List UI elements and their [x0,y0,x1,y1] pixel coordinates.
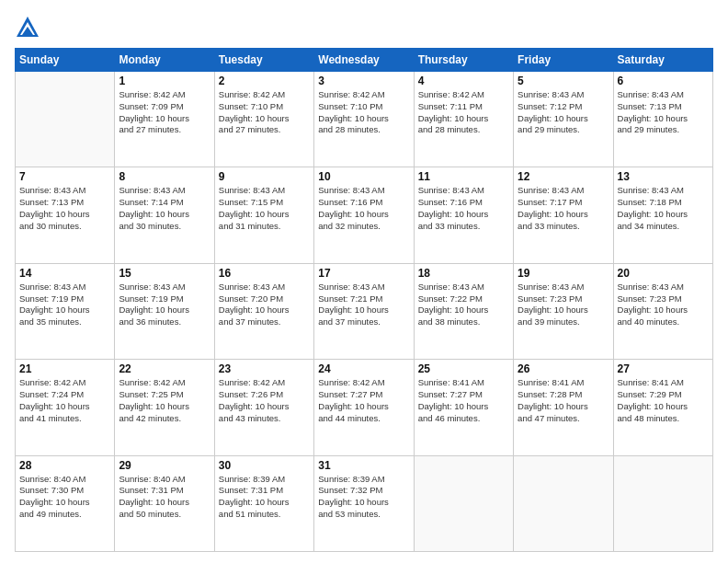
day-number: 23 [219,362,310,375]
day-info: Sunrise: 8:40 AM Sunset: 7:30 PM Dayligh… [19,474,110,521]
day-number: 8 [119,170,210,183]
calendar-table: SundayMondayTuesdayWednesdayThursdayFrid… [15,48,713,552]
calendar-cell: 15Sunrise: 8:43 AM Sunset: 7:19 PM Dayli… [115,263,214,359]
calendar-cell: 20Sunrise: 8:43 AM Sunset: 7:23 PM Dayli… [613,263,712,359]
calendar-cell: 5Sunrise: 8:43 AM Sunset: 7:12 PM Daylig… [514,72,613,167]
day-number: 26 [518,362,609,375]
calendar-cell: 2Sunrise: 8:42 AM Sunset: 7:10 PM Daylig… [214,72,313,167]
calendar-cell [414,455,513,551]
day-info: Sunrise: 8:43 AM Sunset: 7:19 PM Dayligh… [19,282,110,328]
calendar-cell: 13Sunrise: 8:43 AM Sunset: 7:18 PM Dayli… [613,167,712,263]
day-header-friday: Friday [514,49,613,72]
day-number: 22 [119,362,210,375]
day-info: Sunrise: 8:39 AM Sunset: 7:31 PM Dayligh… [219,474,310,521]
day-number: 15 [119,267,210,280]
calendar-cell: 27Sunrise: 8:41 AM Sunset: 7:29 PM Dayli… [613,360,712,455]
day-number: 5 [518,75,609,87]
day-number: 10 [318,170,409,183]
day-number: 14 [19,267,110,280]
day-number: 7 [19,170,110,183]
calendar-week-row: 21Sunrise: 8:42 AM Sunset: 7:24 PM Dayli… [16,360,713,455]
calendar-cell: 8Sunrise: 8:43 AM Sunset: 7:14 PM Daylig… [115,167,214,263]
day-header-sunday: Sunday [16,49,115,72]
page: SundayMondayTuesdayWednesdayThursdayFrid… [0,0,728,563]
calendar-cell: 24Sunrise: 8:42 AM Sunset: 7:27 PM Dayli… [314,360,414,455]
day-info: Sunrise: 8:42 AM Sunset: 7:10 PM Dayligh… [318,89,409,136]
calendar-cell: 23Sunrise: 8:42 AM Sunset: 7:26 PM Dayli… [214,360,313,455]
calendar-week-row: 7Sunrise: 8:43 AM Sunset: 7:13 PM Daylig… [16,167,713,263]
day-info: Sunrise: 8:43 AM Sunset: 7:18 PM Dayligh… [618,185,709,232]
day-number: 28 [19,459,110,472]
day-info: Sunrise: 8:42 AM Sunset: 7:09 PM Dayligh… [119,89,210,136]
calendar-header-row: SundayMondayTuesdayWednesdayThursdayFrid… [16,49,713,72]
calendar-cell: 4Sunrise: 8:42 AM Sunset: 7:11 PM Daylig… [414,72,513,167]
calendar-week-row: 14Sunrise: 8:43 AM Sunset: 7:19 PM Dayli… [16,263,713,359]
day-header-wednesday: Wednesday [314,49,414,72]
day-number: 20 [618,267,709,280]
calendar-cell [613,455,712,551]
calendar-cell: 6Sunrise: 8:43 AM Sunset: 7:13 PM Daylig… [613,72,712,167]
logo [15,15,44,40]
day-info: Sunrise: 8:41 AM Sunset: 7:28 PM Dayligh… [518,377,609,424]
day-info: Sunrise: 8:43 AM Sunset: 7:13 PM Dayligh… [19,185,110,232]
day-info: Sunrise: 8:43 AM Sunset: 7:16 PM Dayligh… [318,185,409,232]
calendar-cell: 18Sunrise: 8:43 AM Sunset: 7:22 PM Dayli… [414,263,513,359]
day-info: Sunrise: 8:43 AM Sunset: 7:13 PM Dayligh… [618,89,709,136]
day-info: Sunrise: 8:42 AM Sunset: 7:25 PM Dayligh… [119,377,210,424]
calendar-cell: 29Sunrise: 8:40 AM Sunset: 7:31 PM Dayli… [115,455,214,551]
calendar-cell: 9Sunrise: 8:43 AM Sunset: 7:15 PM Daylig… [214,167,313,263]
day-info: Sunrise: 8:43 AM Sunset: 7:20 PM Dayligh… [219,282,310,328]
calendar-cell: 25Sunrise: 8:41 AM Sunset: 7:27 PM Dayli… [414,360,513,455]
day-number: 24 [318,362,409,375]
day-number: 1 [119,75,210,87]
calendar-cell: 12Sunrise: 8:43 AM Sunset: 7:17 PM Dayli… [514,167,613,263]
header [15,15,713,40]
day-number: 4 [418,75,509,87]
calendar-cell: 11Sunrise: 8:43 AM Sunset: 7:16 PM Dayli… [414,167,513,263]
day-number: 29 [119,459,210,472]
day-number: 18 [418,267,509,280]
day-number: 3 [318,75,409,87]
day-number: 16 [219,267,310,280]
calendar-cell: 14Sunrise: 8:43 AM Sunset: 7:19 PM Dayli… [16,263,115,359]
day-info: Sunrise: 8:43 AM Sunset: 7:14 PM Dayligh… [119,185,210,232]
day-header-thursday: Thursday [414,49,513,72]
day-header-saturday: Saturday [613,49,712,72]
calendar-cell: 22Sunrise: 8:42 AM Sunset: 7:25 PM Dayli… [115,360,214,455]
day-info: Sunrise: 8:43 AM Sunset: 7:22 PM Dayligh… [418,282,509,328]
day-header-tuesday: Tuesday [214,49,313,72]
day-info: Sunrise: 8:43 AM Sunset: 7:23 PM Dayligh… [518,282,609,328]
day-info: Sunrise: 8:40 AM Sunset: 7:31 PM Dayligh… [119,474,210,521]
calendar-cell: 17Sunrise: 8:43 AM Sunset: 7:21 PM Dayli… [314,263,414,359]
calendar-cell [16,72,115,167]
calendar-cell: 30Sunrise: 8:39 AM Sunset: 7:31 PM Dayli… [214,455,313,551]
day-info: Sunrise: 8:42 AM Sunset: 7:26 PM Dayligh… [219,377,310,424]
day-number: 2 [219,75,310,87]
day-info: Sunrise: 8:42 AM Sunset: 7:11 PM Dayligh… [418,89,509,136]
day-info: Sunrise: 8:43 AM Sunset: 7:23 PM Dayligh… [618,282,709,328]
logo-icon [15,15,40,40]
day-number: 17 [318,267,409,280]
calendar-cell: 10Sunrise: 8:43 AM Sunset: 7:16 PM Dayli… [314,167,414,263]
calendar-cell: 1Sunrise: 8:42 AM Sunset: 7:09 PM Daylig… [115,72,214,167]
day-info: Sunrise: 8:42 AM Sunset: 7:24 PM Dayligh… [19,377,110,424]
day-number: 30 [219,459,310,472]
day-info: Sunrise: 8:39 AM Sunset: 7:32 PM Dayligh… [318,474,409,521]
day-info: Sunrise: 8:42 AM Sunset: 7:27 PM Dayligh… [318,377,409,424]
calendar-week-row: 28Sunrise: 8:40 AM Sunset: 7:30 PM Dayli… [16,455,713,551]
day-info: Sunrise: 8:43 AM Sunset: 7:12 PM Dayligh… [518,89,609,136]
calendar-cell [514,455,613,551]
day-number: 19 [518,267,609,280]
day-info: Sunrise: 8:41 AM Sunset: 7:29 PM Dayligh… [618,377,709,424]
day-number: 9 [219,170,310,183]
day-number: 31 [318,459,409,472]
calendar-cell: 31Sunrise: 8:39 AM Sunset: 7:32 PM Dayli… [314,455,414,551]
day-number: 13 [618,170,709,183]
day-info: Sunrise: 8:41 AM Sunset: 7:27 PM Dayligh… [418,377,509,424]
day-info: Sunrise: 8:43 AM Sunset: 7:15 PM Dayligh… [219,185,310,232]
day-number: 25 [418,362,509,375]
calendar-cell: 28Sunrise: 8:40 AM Sunset: 7:30 PM Dayli… [16,455,115,551]
day-info: Sunrise: 8:42 AM Sunset: 7:10 PM Dayligh… [219,89,310,136]
day-number: 27 [618,362,709,375]
calendar-cell: 19Sunrise: 8:43 AM Sunset: 7:23 PM Dayli… [514,263,613,359]
